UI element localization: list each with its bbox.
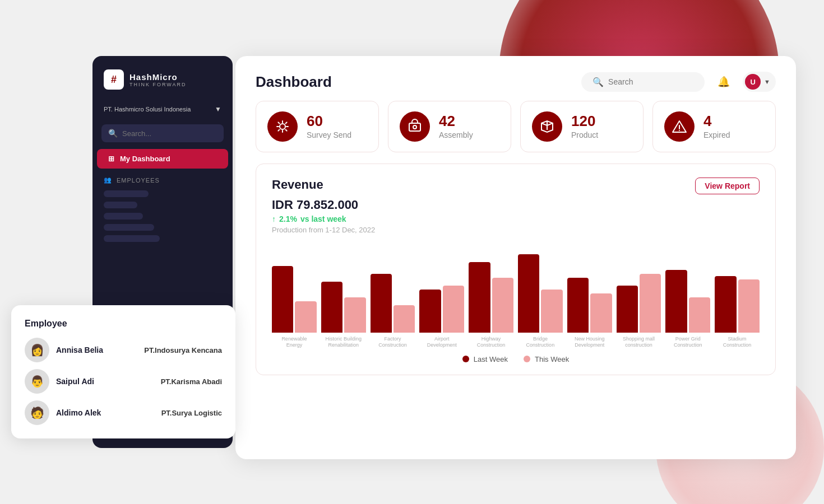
stat-card-survey: 60 Survey Send	[256, 101, 379, 152]
employee-company-2: PT.Karisma Abadi	[161, 377, 222, 386]
legend-dot-last-week	[462, 356, 469, 362]
logo-icon: #	[104, 69, 124, 90]
chart-label-4: Highway Construction	[469, 336, 513, 348]
chart-labels: Renewable EnergyHistoric Building Renabi…	[272, 336, 760, 348]
arrow-up-icon: ↑	[272, 214, 276, 223]
bar-last-week-8	[665, 270, 687, 333]
stat-icon-product	[532, 111, 562, 142]
sidebar-section-employees: 👥 EMPLOYEES	[92, 170, 233, 186]
assembly-icon	[407, 119, 423, 134]
chart-group-7	[617, 274, 661, 333]
main-search-input[interactable]	[608, 77, 693, 86]
logo-text: HashMicro THINK FORWARD	[129, 72, 187, 87]
sidebar-search-input[interactable]	[122, 129, 217, 138]
chart-label-6: New Housing Development	[567, 336, 612, 348]
sidebar-skeleton-5	[104, 235, 160, 242]
employee-item-1: 👩 Annisa Belia PT.Indosurya Kencana	[25, 338, 222, 362]
stat-icon-assembly	[400, 111, 430, 142]
stat-label-expired: Expired	[703, 130, 730, 139]
company-name: PT. Hashmicro Solusi Indonesia	[104, 106, 191, 113]
legend-dot-this-week	[524, 356, 530, 362]
bar-last-week-0	[272, 266, 293, 333]
warning-icon	[672, 119, 687, 134]
revenue-section: Revenue View Report IDR 79.852.000 ↑ 2.1…	[256, 164, 776, 375]
stat-card-expired: 4 Expired	[652, 101, 776, 152]
user-avatar-button[interactable]: U ▼	[743, 72, 776, 92]
gear-icon	[275, 119, 290, 134]
avatar-annisa: 👩	[25, 338, 49, 362]
chart-legend: Last Week This Week	[272, 355, 760, 366]
stat-number-survey: 60	[307, 114, 351, 128]
main-area: Dashboard 🔍 🔔 U ▼ 60 Survey	[235, 56, 796, 459]
topbar: Dashboard 🔍 🔔 U ▼	[235, 56, 796, 101]
growth-label: vs last week	[300, 214, 346, 223]
chart-group-5	[518, 254, 563, 333]
bar-last-week-1	[321, 282, 342, 333]
sidebar-skeleton-1	[104, 190, 149, 197]
chart-label-7: Shopping mall construction	[617, 336, 661, 348]
svg-point-0	[280, 124, 285, 129]
chart-group-6	[567, 278, 612, 333]
view-report-button[interactable]: View Report	[695, 178, 760, 194]
bar-last-week-5	[518, 254, 539, 333]
stat-number-expired: 4	[703, 114, 730, 128]
sidebar-search-box[interactable]: 🔍	[101, 124, 224, 142]
employee-company-3: PT.Surya Logistic	[161, 409, 222, 417]
sidebar-skeleton-3	[104, 213, 143, 220]
bar-last-week-6	[567, 278, 589, 333]
employee-name-2: Saipul Adi	[56, 377, 154, 386]
avatar-aldimo: 🧑	[25, 400, 49, 425]
chart-label-1: Historic Building Renabilitation	[321, 336, 366, 348]
revenue-title: Revenue	[272, 178, 323, 192]
chart-label-9: Stadium Construction	[715, 336, 760, 348]
chart-label-5: Bridge Construction	[518, 336, 563, 348]
stat-info-assembly: 42 Assembly	[439, 114, 473, 139]
revenue-growth: ↑ 2.1% vs last week	[272, 214, 760, 223]
revenue-header: Revenue View Report	[272, 178, 760, 194]
sidebar-item-dashboard[interactable]: ⊞ My Dashboard	[97, 149, 228, 169]
svg-rect-1	[409, 123, 420, 131]
chart-wrapper: Renewable EnergyHistoric Building Renabi…	[272, 243, 760, 348]
legend-label-last-week: Last Week	[474, 355, 508, 363]
avatar: U	[745, 74, 761, 90]
notification-bell-icon[interactable]: 🔔	[714, 72, 734, 92]
avatar-saipul: 👨	[25, 369, 49, 394]
employee-company-1: PT.Indosurya Kencana	[144, 346, 222, 354]
chart-label-3: Airport Development	[419, 336, 464, 348]
bar-this-week-5	[541, 290, 562, 333]
stat-label-assembly: Assembly	[439, 130, 473, 139]
chart-group-9	[715, 276, 760, 333]
chart-group-3	[419, 286, 464, 333]
employee-panel-title: Employee	[25, 319, 222, 329]
sidebar-search-icon: 🔍	[108, 129, 118, 138]
revenue-period: Production from 1-12 Dec, 2022	[272, 226, 760, 234]
svg-point-2	[413, 125, 416, 129]
chart-group-0	[272, 266, 317, 333]
bar-this-week-1	[344, 297, 365, 333]
page-title: Dashboard	[256, 73, 332, 91]
chart-label-2: Factory Construction	[371, 336, 415, 348]
main-search-bar[interactable]: 🔍	[581, 72, 705, 92]
legend-label-this-week: This Week	[535, 355, 569, 363]
chart-group-1	[321, 282, 366, 333]
employee-name-3: Aldimo Alek	[56, 408, 155, 417]
svg-point-3	[679, 130, 680, 131]
bar-last-week-4	[469, 262, 490, 333]
stat-label-product: Product	[571, 130, 598, 139]
stat-number-assembly: 42	[439, 114, 473, 128]
chart-label-8: Power Grid Construction	[665, 336, 710, 348]
stat-info-expired: 4 Expired	[703, 114, 730, 139]
bar-this-week-3	[443, 286, 464, 333]
chart-group-2	[371, 274, 415, 333]
dashboard-icon: ⊞	[108, 155, 114, 163]
employee-item-2: 👨 Saipul Adi PT.Karisma Abadi	[25, 369, 222, 394]
bar-last-week-3	[419, 290, 441, 333]
stats-row: 60 Survey Send 42 Assembly	[235, 101, 796, 164]
logo-main-text: HashMicro	[129, 72, 187, 82]
growth-percent: 2.1%	[279, 214, 297, 223]
bar-last-week-7	[617, 286, 638, 333]
stat-icon-survey	[267, 111, 298, 142]
company-selector[interactable]: PT. Hashmicro Solusi Indonesia ▼	[92, 101, 233, 118]
stat-card-product: 120 Product	[520, 101, 644, 152]
employees-icon: 👥	[104, 176, 112, 184]
